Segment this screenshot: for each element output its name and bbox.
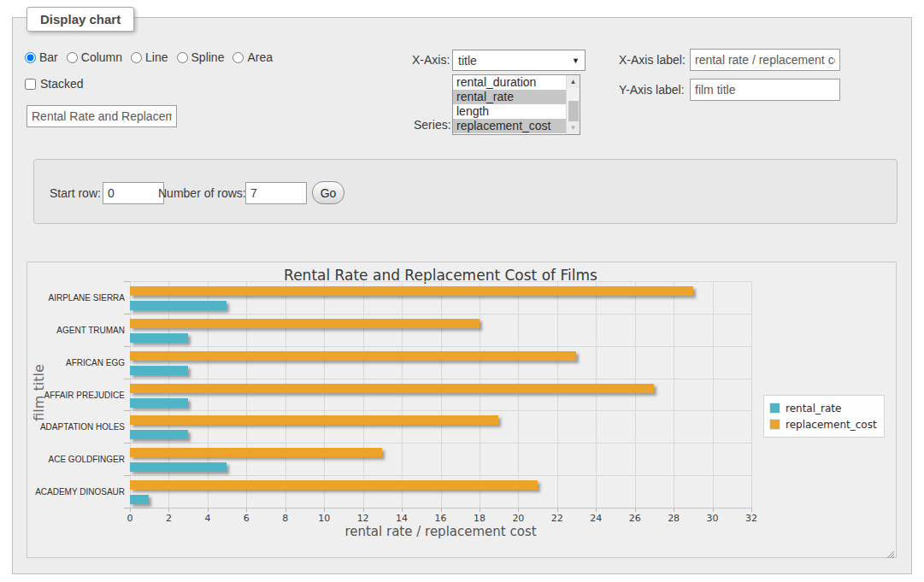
x-tick-label: 10: [307, 513, 341, 524]
series-option-rental_duration[interactable]: rental_duration: [453, 75, 580, 90]
gridline: [635, 281, 636, 508]
display-chart-fieldset: Display chart BarColumnLineSplineArea St…: [12, 17, 912, 574]
x-tick-label: 2: [151, 513, 185, 524]
scroll-up-icon[interactable]: ▲: [567, 75, 580, 88]
category-label: ADAPTATION HOLES: [27, 421, 125, 432]
series-listbox[interactable]: rental_durationrental_ratelengthreplacem…: [452, 74, 580, 135]
x-tick-label: 8: [268, 513, 303, 524]
gridline: [130, 346, 751, 347]
bar-replacement_cost: [130, 480, 538, 490]
chart-type-radio-bar[interactable]: [25, 52, 36, 63]
chart-container: Rental Rate and Replacement Cost of Film…: [26, 262, 897, 558]
resize-handle-icon[interactable]: [885, 546, 895, 556]
legend-item-rental_rate[interactable]: rental_rate: [769, 400, 877, 416]
bar-rental_rate: [130, 398, 188, 408]
stacked-checkbox[interactable]: [25, 79, 36, 90]
scroll-down-icon[interactable]: ▼: [567, 121, 580, 134]
category-label: AFRICAN EGG: [27, 357, 125, 368]
bar-rental_rate: [130, 495, 149, 504]
chart-legend: rental_ratereplacement_cost: [763, 395, 885, 438]
y-tick: [124, 508, 130, 509]
number-of-rows-input[interactable]: [245, 182, 307, 204]
gridline: [596, 281, 597, 508]
category-label: ACADEMY DINOSAUR: [27, 486, 125, 497]
gridline: [402, 281, 403, 508]
fieldset-legend: Display chart: [26, 7, 134, 32]
chart-type-label-column[interactable]: Column: [81, 50, 122, 64]
start-row-label: Start row:: [50, 186, 101, 200]
x-axis-label-label: X-Axis label:: [619, 53, 686, 67]
chart-type-radio-column[interactable]: [67, 52, 78, 63]
legend-item-replacement_cost[interactable]: replacement_cost: [769, 416, 877, 432]
x-axis-select[interactable]: title ▼: [452, 50, 586, 71]
bar-replacement_cost: [130, 415, 498, 425]
start-row-input[interactable]: [103, 182, 164, 204]
scrollbar-thumb[interactable]: [568, 101, 579, 121]
gridline: [480, 281, 480, 508]
chart-title-input[interactable]: [26, 105, 177, 127]
bar-replacement_cost: [130, 286, 693, 296]
x-tick-label: 30: [696, 513, 730, 524]
y-tick: [124, 475, 130, 476]
gridline: [713, 281, 714, 508]
bar-rental_rate: [130, 462, 227, 472]
gridline: [130, 314, 751, 315]
series-option-replacement_cost[interactable]: replacement_cost: [453, 119, 580, 133]
gridline: [130, 379, 751, 379]
gridline: [208, 281, 209, 508]
x-tick-label: 12: [346, 513, 380, 524]
gridline: [168, 281, 169, 508]
category-label: AIRPLANE SIERRA: [27, 292, 125, 303]
bar-rental_rate: [130, 333, 188, 343]
y-axis-label-input[interactable]: [690, 79, 840, 101]
x-tick-label: 20: [501, 513, 535, 524]
x-tick-label: 24: [579, 513, 613, 524]
x-tick-label: 14: [385, 513, 419, 524]
series-option-length[interactable]: length: [453, 104, 580, 119]
bar-rental_rate: [130, 430, 188, 439]
stacked-row: Stacked: [25, 77, 84, 91]
gridline: [130, 281, 131, 508]
chart-type-radio-group: BarColumnLineSplineArea: [25, 50, 281, 64]
gridline: [285, 281, 286, 508]
y-tick: [124, 443, 130, 444]
legend-swatch-rental_rate: [769, 403, 780, 414]
gridline: [518, 281, 519, 508]
x-axis-line: [130, 508, 752, 509]
chart-type-label-area[interactable]: Area: [247, 50, 273, 64]
bar-replacement_cost: [130, 384, 654, 393]
gridline: [751, 281, 752, 508]
chart-type-radio-area[interactable]: [232, 52, 244, 63]
x-tick-label: 16: [424, 513, 458, 524]
gridline: [441, 281, 442, 508]
x-axis-label-input[interactable]: [690, 49, 840, 71]
legend-swatch-replacement_cost: [769, 419, 780, 430]
legend-label: rental_rate: [786, 403, 841, 414]
chart-type-radio-spline[interactable]: [177, 52, 188, 63]
bar-replacement_cost: [130, 448, 382, 457]
chart-type-label-bar[interactable]: Bar: [39, 50, 58, 64]
x-tick-label: 6: [229, 513, 263, 524]
x-tick-label: 0: [113, 513, 147, 524]
row-controls-panel: Start row: Number of rows: Go: [33, 159, 898, 224]
gridline: [130, 443, 751, 444]
bar-replacement_cost: [130, 351, 576, 361]
gridline: [130, 410, 751, 411]
y-tick: [124, 281, 130, 282]
x-tick-label: 26: [618, 513, 652, 524]
chart-type-radio-line[interactable]: [131, 52, 142, 63]
chart-type-label-spline[interactable]: Spline: [191, 50, 225, 64]
x-tick-label: 32: [734, 513, 768, 524]
go-button[interactable]: Go: [312, 181, 344, 204]
series-option-rental_rate[interactable]: rental_rate: [453, 90, 580, 104]
stacked-label[interactable]: Stacked: [40, 77, 84, 91]
gridline: [130, 281, 751, 282]
x-axis-select-label: X-Axis:: [412, 53, 450, 67]
chart-type-label-line[interactable]: Line: [145, 50, 168, 64]
x-tick-label: 22: [540, 513, 574, 524]
y-tick: [124, 346, 130, 347]
gridline: [674, 281, 674, 508]
y-axis-label-label: Y-Axis label:: [619, 83, 685, 97]
listbox-scrollbar[interactable]: ▲ ▼: [566, 75, 580, 134]
gridline: [246, 281, 247, 508]
